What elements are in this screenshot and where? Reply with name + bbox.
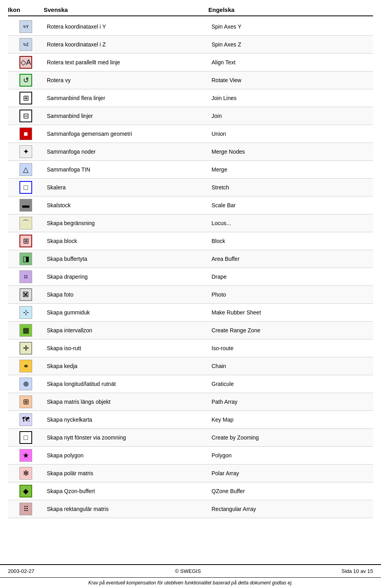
align-text-icon: ◇A (19, 56, 32, 69)
swedish-spin-y: Rotera koordinataxel i Y (44, 22, 208, 31)
icon-drape: ⌗ (8, 270, 44, 284)
table-row: ↻ZRotera koordinataxel i ZSpin Axes Z (8, 36, 373, 54)
range-zone-icon: ▦ (19, 324, 32, 337)
icon-key-map: 🗺 (8, 413, 44, 427)
english-align-text: Align Text (208, 58, 373, 67)
table-header: Ikon Svenska Engelska (8, 4, 373, 16)
table-row: ⚭Skapa kedjaChain (8, 357, 373, 375)
english-rubber-sheet: Make Rubber Sheet (208, 308, 373, 317)
table-row: ↺Rotera vyRotate View (8, 71, 373, 89)
swedish-iso-route: Skapa iso-rutt (44, 343, 208, 353)
swedish-drape: Skapa drapering (44, 272, 208, 281)
header-swedish: Svenska (44, 6, 208, 13)
area-buffer-icon: ◨ (19, 253, 32, 265)
header-english: Engelska (208, 6, 373, 13)
icon-union: ■ (8, 127, 44, 141)
english-join-lines: Join Lines (208, 93, 373, 103)
table-row: ★Skapa polygonPolygon (8, 447, 373, 465)
table-row: □Skapa nytt fönster via zoomningCreate b… (8, 429, 373, 447)
table-row: ⊟Sammanbind linjerJoin (8, 107, 373, 125)
footer-note: Krav på eventuell kompensation för utebl… (0, 577, 381, 588)
swedish-area-buffer: Skapa buffertyta (44, 254, 208, 264)
rubber-sheet-icon: ⊹ (19, 306, 32, 319)
english-polygon: Polygon (208, 451, 373, 460)
icon-rect-array: ⠿ (8, 502, 44, 516)
english-scale-bar: Scale Bar (208, 200, 373, 210)
chain-icon: ⚭ (19, 360, 32, 372)
table-row: ⊕Skapa longitud/latitud rutnätGraticule (8, 375, 373, 393)
table-row: ✦Sammanfoga noderMerge Nodes (8, 143, 373, 161)
swedish-scale-bar: Skalstock (44, 200, 208, 210)
english-range-zone: Create Range Zone (208, 326, 373, 335)
icon-spin-y: ↻Y (8, 19, 44, 34)
icon-merge-nodes: ✦ (8, 145, 44, 159)
table-row: 🗷Skapa fotoPhoto (8, 286, 373, 304)
swedish-union: Sammanfoga gemensam geometri (44, 129, 208, 139)
swedish-range-zone: Skapa intervallzon (44, 326, 208, 335)
icon-iso-route: ✛ (8, 341, 44, 355)
swedish-path-array: Skapa matris längs objekt (44, 397, 208, 407)
locus-icon: ⌒ (19, 217, 32, 229)
icon-join-lines: ⊞ (8, 91, 44, 105)
join-lines-icon: ⊞ (19, 92, 32, 104)
table-row: ⌒Skapa begränsningLocus... (8, 214, 373, 232)
table-row: ▦Skapa intervallzonCreate Range Zone (8, 322, 373, 339)
swedish-rotate-view: Rotera vy (44, 75, 208, 85)
icon-block: ⊞ (8, 234, 44, 248)
block-icon: ⊞ (19, 235, 32, 247)
qzone-icon: ◆ (19, 485, 32, 497)
table-row: ◆Skapa Qzon-buffertQZone Buffer (8, 482, 373, 500)
iso-route-icon: ✛ (19, 342, 32, 355)
icon-rotate-view: ↺ (8, 73, 44, 87)
icon-area-buffer: ◨ (8, 252, 44, 266)
english-rect-array: Rectangular Array (208, 504, 373, 514)
english-stretch: Stretch (208, 183, 373, 192)
table-row: ✻Skapa polär matrisPolar Array (8, 465, 373, 482)
table-row: ▬SkalstockScale Bar (8, 197, 373, 214)
swedish-align-text: Rotera text parallellt med linje (44, 58, 208, 67)
english-union: Union (208, 129, 373, 139)
table-row: ↻YRotera koordinataxel i YSpin Axes Y (8, 18, 373, 36)
icon-create-zoom: □ (8, 430, 44, 445)
icon-locus: ⌒ (8, 216, 44, 230)
english-drape: Drape (208, 272, 373, 281)
english-block: Block (208, 236, 373, 246)
create-zoom-icon: □ (19, 431, 32, 444)
english-merge-nodes: Merge Nodes (208, 147, 373, 156)
table-row: ◨Skapa buffertytaArea Buffer (8, 250, 373, 268)
english-photo: Photo (208, 290, 373, 299)
swedish-stretch: Skalera (44, 183, 208, 192)
key-map-icon: 🗺 (19, 413, 32, 426)
icon-polar-array: ✻ (8, 466, 44, 480)
table-row: ◇ARotera text parallellt med linjeAlign … (8, 54, 373, 71)
table-row: ⊞Skapa blockBlock (8, 232, 373, 250)
icon-rubber-sheet: ⊹ (8, 305, 44, 320)
rect-array-icon: ⠿ (19, 503, 32, 515)
table-row: △Sammanfoga TINMerge (8, 161, 373, 179)
english-join: Join (208, 111, 373, 121)
icon-scale-bar: ▬ (8, 198, 44, 212)
icon-spin-z: ↻Z (8, 37, 44, 52)
table-row: 🗺Skapa nyckelkartaKey Map (8, 411, 373, 429)
spin-z-icon: ↻Z (19, 38, 32, 51)
english-key-map: Key Map (208, 415, 373, 424)
english-area-buffer: Area Buffer (208, 254, 373, 264)
icon-qzone: ◆ (8, 484, 44, 498)
path-array-icon: ⊞ (19, 395, 32, 408)
swedish-polar-array: Skapa polär matris (44, 468, 208, 478)
table-body: ↻YRotera koordinataxel i YSpin Axes Y↻ZR… (8, 18, 373, 518)
icon-graticule: ⊕ (8, 377, 44, 391)
swedish-key-map: Skapa nyckelkarta (44, 415, 208, 424)
english-create-zoom: Create by Zooming (208, 433, 373, 442)
swedish-spin-z: Rotera koordinataxel i Z (44, 40, 208, 49)
english-chain: Chain (208, 361, 373, 371)
swedish-join: Sammanbind linjer (44, 111, 208, 121)
main-content: Ikon Svenska Engelska ↻YRotera koordinat… (0, 0, 381, 564)
swedish-merge: Sammanfoga TIN (44, 165, 208, 174)
join-icon: ⊟ (19, 110, 32, 122)
scale-bar-icon: ▬ (19, 199, 32, 212)
table-row: ✛Skapa iso-ruttIso-route (8, 339, 373, 357)
english-spin-y: Spin Axes Y (208, 22, 373, 31)
polar-array-icon: ✻ (19, 467, 32, 480)
icon-polygon: ★ (8, 448, 44, 463)
